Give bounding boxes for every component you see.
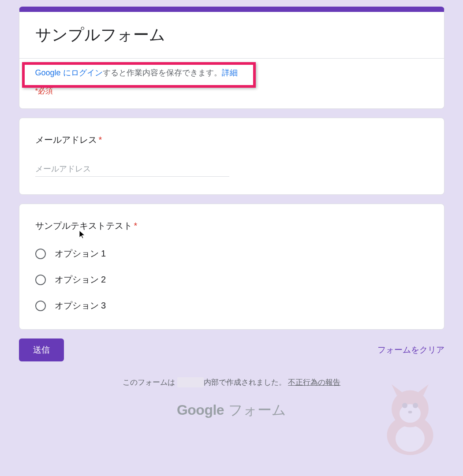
- google-login-link[interactable]: Google にログイン: [35, 68, 103, 77]
- google-forms-logo: Google フォーム: [19, 401, 444, 420]
- google-logo-text: Google: [177, 402, 224, 418]
- radio-icon: [35, 275, 46, 285]
- email-question-card: メールアドレス*: [19, 118, 444, 195]
- login-prompt-text: Google にログインすると作業内容を保存できます。詳細: [35, 67, 428, 78]
- email-input[interactable]: [35, 162, 229, 177]
- email-question-label: メールアドレス*: [35, 134, 428, 146]
- radio-icon: [35, 301, 46, 311]
- redacted-org-name: [177, 377, 204, 387]
- required-star: *: [134, 221, 138, 231]
- svg-point-1: [396, 425, 425, 438]
- required-indicator: *必須: [35, 86, 428, 96]
- form-header-card: サンプルフォーム Google にログインすると作業内容を保存できます。詳細 *…: [19, 7, 444, 109]
- sample-question-card: サンプルテキストテスト* オプション 1 オプション 2 オプション 3: [19, 204, 444, 330]
- forms-logo-text: フォーム: [228, 401, 286, 420]
- radio-option-2[interactable]: オプション 2: [35, 274, 428, 286]
- form-title: サンプルフォーム: [35, 24, 428, 46]
- radio-label: オプション 1: [55, 248, 106, 260]
- radio-icon: [35, 249, 46, 259]
- detail-link[interactable]: 詳細: [222, 68, 238, 77]
- report-abuse-link[interactable]: 不正行為の報告: [288, 378, 340, 387]
- radio-label: オプション 3: [55, 300, 106, 312]
- sample-question-label: サンプルテキストテスト*: [35, 220, 428, 232]
- clear-form-button[interactable]: フォームをクリア: [377, 344, 444, 356]
- submit-button[interactable]: 送信: [19, 338, 64, 361]
- login-suffix-text: すると作業内容を保存できます。: [103, 68, 222, 77]
- radio-label: オプション 2: [55, 274, 106, 286]
- form-footer: このフォームは 内部で作成されました。 不正行為の報告 Google フォーム: [19, 377, 444, 420]
- action-row: 送信 フォームをクリア: [19, 338, 444, 361]
- footer-disclaimer: このフォームは 内部で作成されました。 不正行為の報告: [19, 377, 444, 387]
- radio-option-1[interactable]: オプション 1: [35, 248, 428, 260]
- radio-option-3[interactable]: オプション 3: [35, 300, 428, 312]
- required-star: *: [99, 135, 102, 145]
